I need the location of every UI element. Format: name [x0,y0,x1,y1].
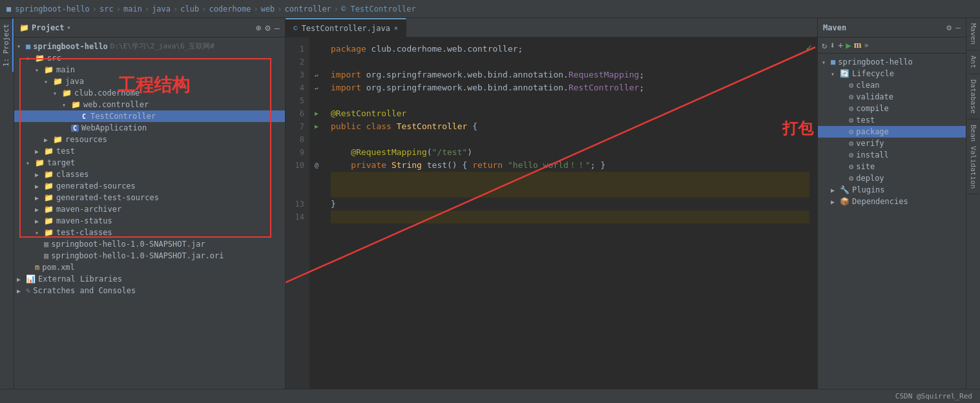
tab-close-icon[interactable]: × [394,25,398,32]
maven-item-deploy[interactable]: ⚙ deploy [818,172,966,184]
maven-item-site[interactable]: ⚙ site [818,161,966,172]
maven-item-verify[interactable]: ⚙ verify [818,138,966,149]
maven-item-clean[interactable]: ⚙ clean [818,79,966,91]
file-tree[interactable]: ▾ ■ springboot-hello D:\E\学习\2_java\6_互联… [14,37,285,389]
maven-item-dependencies[interactable]: ▶ 📦 Dependencies [818,196,966,207]
tree-arrow: ▶ [35,183,44,190]
project-panel-title: 📁 Project ▾ [19,23,71,32]
bc-main: main [123,5,142,14]
maven-item-package[interactable]: ⚙ package [818,126,966,138]
maven-add-icon[interactable]: + [838,40,843,50]
tree-arrow: ▾ [26,55,35,62]
tree-item-jar-ori[interactable]: ▦ springboot-hello-1.0-SNAPSHOT.jar.ori [14,250,285,262]
project-panel: 📁 Project ▾ ⊕ ⚙ — 工程结构 ▾ ■ springboot-he… [14,18,286,389]
tree-arrow: ▾ [53,90,62,97]
tree-item-external-libs[interactable]: ▶ 📊 External Libraries [14,273,285,285]
maven-m-icon[interactable]: m [854,40,862,50]
tree-item-scratches[interactable]: ▶ ✎ Scratches and Consoles [14,285,285,296]
gear-icon: ⚙ [849,127,853,136]
tree-item-java[interactable]: ▾ 📁 java [14,76,285,87]
gear-icon: ⚙ [849,162,853,171]
tree-item-src[interactable]: ▾ 📁 src [14,52,285,64]
right-side-tabs: Maven Ant Database Bean Validation [966,18,980,389]
left-side-tab-project[interactable]: 1: Project [0,18,14,72]
right-side-tab-maven[interactable]: Maven [967,18,979,50]
tree-item-club-coderhome[interactable]: ▾ 📁 club.coderhome [14,87,285,99]
bc-java: java [152,5,171,14]
tree-item-testcontroller[interactable]: C TestController [14,110,285,122]
tree-item-main[interactable]: ▾ 📁 main [14,64,285,76]
tree-item-resources[interactable]: ▶ 📁 resources [14,134,285,145]
maven-item-root[interactable]: ▾ ■ springboot-hello [818,56,966,68]
tree-item-web-controller[interactable]: ▾ 📁 web.controller [14,99,285,110]
maven-tree[interactable]: ▾ ■ springboot-hello ▾ 🔄 Lifecycle ⚙ cle… [818,54,966,389]
maven-more-icon[interactable]: » [864,41,868,50]
maven-panel-header: Maven ⚙ — [818,18,966,37]
line-numbers: 1 2 3 4 5 6 7 8 9 10 11 12 13 14 [286,37,310,389]
tree-item-classes[interactable]: ▶ 📁 classes [14,169,285,180]
folder-icon: 📁 [35,158,45,167]
tree-item-pom[interactable]: m pom.xml [14,262,285,273]
editor-tabs: © TestController.java × [286,18,817,37]
code-line-5 [331,94,809,107]
tree-arrow: ▾ [62,101,71,108]
folder-icon: 📁 [44,170,54,179]
maven-settings-icon[interactable]: ⚙ [946,23,952,32]
maven-run-icon[interactable]: ▶ [846,40,851,50]
gear-icon: ⚙ [849,104,853,113]
tree-arrow: ▾ [26,160,35,167]
tree-item-maven-status[interactable]: ▶ 📁 maven-status [14,215,285,227]
minimize-button[interactable]: — [275,23,280,32]
tree-item-webapplication[interactable]: C WebApplication [14,122,285,134]
maven-download-icon[interactable]: ⬇ [829,40,835,50]
folder-icon: 📁 [53,135,63,144]
folder-icon: 📁 [71,100,81,109]
tree-item-generated-test-sources[interactable]: ▶ 📁 generated-test-sources [14,192,285,203]
tree-item-test[interactable]: ▶ 📁 test [14,145,285,157]
gear-icon: ⚙ [849,92,853,101]
maven-panel-actions: ⚙ — [946,23,961,32]
folder-icon: 📁 [53,77,63,86]
folder-icon: 📁 [44,193,54,202]
maven-item-install[interactable]: ⚙ install [818,149,966,161]
maven-refresh-icon[interactable]: ↻ [822,40,827,50]
bc-project-icon: ■ [6,5,11,14]
folder-icon: 📁 [44,147,54,156]
dropdown-arrow[interactable]: ▾ [67,24,71,31]
maven-arrow: ▾ [831,70,840,78]
maven-item-plugins[interactable]: ▶ 🔧 Plugins [818,184,966,196]
tree-arrow: ▶ [35,218,44,225]
folder-icon: 📁 [19,23,29,32]
gear-icon[interactable]: ⚙ [265,23,270,32]
java-class-icon: C [80,113,88,120]
maven-arrow: ▶ [831,187,840,194]
maven-arrow: ▶ [831,198,840,205]
panel-actions: ⊕ ⚙ — [256,23,280,32]
code-editor[interactable]: 1 2 3 4 5 6 7 8 9 10 11 12 13 14 ↵ ↵ [286,37,817,389]
tree-arrow: ▶ [17,276,26,283]
tree-item-test-classes[interactable]: ▾ 📁 test-classes [14,227,285,238]
tree-item-springboot-hello[interactable]: ▾ ■ springboot-hello D:\E\学习\2_java\6_互联… [14,40,285,52]
folder-icon: 📁 [44,228,54,237]
maven-item-test[interactable]: ⚙ test [818,114,966,126]
tree-item-generated-sources[interactable]: ▶ 📁 generated-sources [14,180,285,192]
libs-icon: 📊 [26,274,36,284]
maven-item-compile[interactable]: ⚙ compile [818,103,966,114]
right-side-tab-bean[interactable]: Bean Validation [967,119,979,194]
tree-arrow: ▶ [17,287,26,294]
bc-src: src [99,5,114,14]
maven-toolbar: ↻ ⬇ + ▶ m » [818,37,966,54]
bc-web: web [261,5,275,14]
tree-item-jar[interactable]: ▦ springboot-hello-1.0-SNAPSHOT.jar [14,238,285,250]
maven-minimize-icon[interactable]: — [955,23,961,32]
left-side-tabs: 1: Project [0,18,14,389]
tree-item-target[interactable]: ▾ 📁 target [14,157,285,169]
maven-item-lifecycle[interactable]: ▾ 🔄 Lifecycle [818,68,966,79]
right-side-tab-ant[interactable]: Ant [967,50,979,74]
maven-item-validate[interactable]: ⚙ validate [818,91,966,103]
code-content[interactable]: package club.coderhome.web.controller; i… [323,37,817,389]
add-button[interactable]: ⊕ [256,23,261,32]
tree-item-maven-archiver[interactable]: ▶ 📁 maven-archiver [14,203,285,215]
right-side-tab-database[interactable]: Database [967,74,979,119]
editor-tab-testcontroller[interactable]: © TestController.java × [286,18,406,37]
